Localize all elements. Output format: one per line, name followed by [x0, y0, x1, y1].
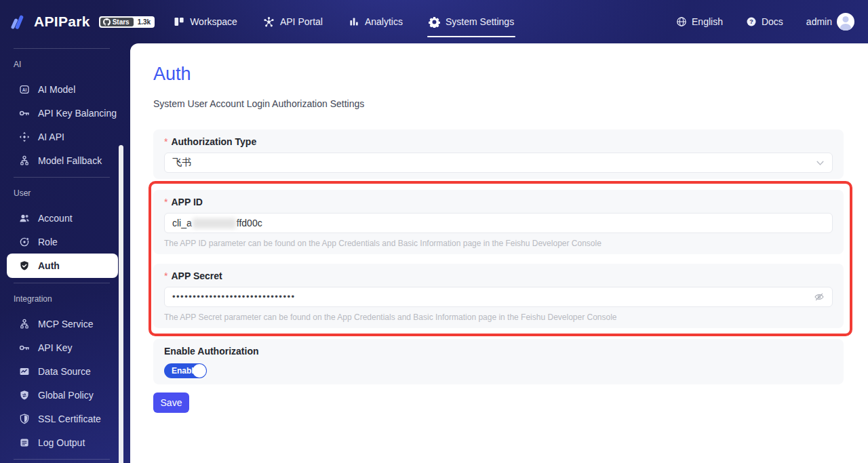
- language-label: English: [692, 16, 723, 27]
- auth-form: * Authorization Type 飞书 * APP ID: [153, 129, 844, 413]
- sidebar-section-integration: Integration MCP Service API Key: [0, 294, 130, 460]
- sidebar-item-data-source[interactable]: Data Source: [0, 359, 130, 383]
- tab-analytics[interactable]: Analytics: [347, 0, 404, 43]
- sidebar-item-ai-api[interactable]: AI API: [0, 125, 130, 148]
- sidebar-section-user: User Account Role: [0, 188, 130, 283]
- sidebar-scrollbar[interactable]: [119, 145, 123, 463]
- sidebar-item-api-key[interactable]: API Key: [0, 336, 130, 359]
- apipark-logo-icon: [9, 13, 28, 31]
- svg-text:?: ?: [749, 18, 753, 25]
- tab-label: API Portal: [280, 16, 323, 27]
- fallback-tree-icon: [19, 155, 30, 166]
- ssl-shield-icon: [19, 414, 30, 424]
- log-document-icon: [19, 437, 30, 448]
- app-id-value-suffix: ffd00c: [237, 218, 262, 228]
- toggle-knob: [193, 364, 206, 378]
- tab-api-portal[interactable]: API Portal: [262, 0, 324, 43]
- sidebar-item-auth[interactable]: Auth: [7, 254, 118, 278]
- app-secret-input[interactable]: ••••••••••••••••••••••••••••••: [164, 287, 833, 307]
- sidebar-item-label: SSL Certificate: [38, 414, 101, 424]
- enable-authorization-toggle[interactable]: Enable: [164, 363, 207, 378]
- sidebar-item-label: Role: [38, 237, 58, 247]
- tab-label: System Settings: [446, 16, 514, 27]
- language-switcher[interactable]: English: [676, 16, 723, 27]
- role-icon: [19, 237, 30, 247]
- globe-icon: [676, 16, 687, 27]
- sidebar: AI AI AI Model API Key Balancing: [0, 43, 130, 463]
- shield-check-icon: [19, 260, 30, 271]
- username-label: admin: [806, 16, 832, 27]
- policy-shield-icon: [19, 390, 30, 401]
- app-id-label: * APP ID: [164, 197, 833, 207]
- required-asterisk: *: [164, 136, 167, 147]
- tab-label: Workspace: [190, 16, 237, 27]
- workspace-icon: [174, 16, 184, 27]
- sidebar-item-model-fallback[interactable]: Model Fallback: [0, 148, 130, 172]
- docs-link[interactable]: ? Docs: [746, 16, 783, 27]
- eye-off-icon[interactable]: [814, 291, 825, 302]
- content-card: Auth System User Account Login Authoriza…: [130, 43, 868, 463]
- sidebar-item-label: Data Source: [38, 366, 91, 377]
- required-asterisk: *: [164, 197, 167, 207]
- app-secret-helper-text: The APP Secret parameter can be found on…: [164, 313, 833, 322]
- divider: [14, 177, 110, 178]
- avatar[interactable]: [837, 13, 854, 31]
- sidebar-item-ssl-certificate[interactable]: SSL Certificate: [0, 407, 130, 430]
- github-icon: [103, 18, 111, 26]
- gear-icon: [429, 16, 440, 28]
- sidebar-item-role[interactable]: Role: [0, 230, 130, 254]
- key-icon: [19, 108, 30, 119]
- app-secret-panel: * APP Secret •••••••••••••••••••••••••••…: [153, 264, 844, 328]
- sidebar-item-global-policy[interactable]: Global Policy: [0, 383, 130, 407]
- sidebar-item-label: API Key Balancing: [38, 108, 117, 119]
- authorization-type-value: 飞书: [172, 157, 816, 169]
- authorization-type-panel: * Authorization Type 飞书: [153, 129, 844, 179]
- sidebar-item-account[interactable]: Account: [0, 206, 130, 230]
- tab-system-settings[interactable]: System Settings: [427, 0, 515, 43]
- users-icon: [19, 213, 30, 224]
- divider: [14, 48, 110, 49]
- authorization-type-label: * Authorization Type: [164, 136, 833, 147]
- section-label-integration: Integration: [14, 294, 130, 304]
- github-stars-badge[interactable]: Stars 1.3k: [99, 16, 155, 28]
- app-id-helper-text: The APP ID parameter can be found on the…: [164, 239, 833, 248]
- sidebar-item-api-key-balancing[interactable]: API Key Balancing: [0, 101, 130, 125]
- app-id-input[interactable]: cli_affd00c: [164, 213, 833, 233]
- move-arrows-icon: [19, 132, 30, 142]
- github-stars-label: Stars: [113, 18, 130, 26]
- enable-authorization-panel: Enable Authorization Enable: [153, 339, 844, 384]
- user-menu[interactable]: admin: [806, 13, 854, 31]
- required-asterisk: *: [164, 270, 167, 281]
- sidebar-item-mcp-service[interactable]: MCP Service: [0, 312, 130, 336]
- divider: [14, 283, 110, 283]
- sidebar-item-label: Log Output: [38, 437, 85, 448]
- data-source-icon: [19, 366, 30, 377]
- sidebar-item-label: Auth: [38, 260, 60, 271]
- page-title: Auth: [153, 62, 845, 85]
- page-subtitle: System User Account Login Authorization …: [153, 97, 845, 110]
- authorization-type-select[interactable]: 飞书: [164, 153, 833, 173]
- enable-authorization-label: Enable Authorization: [164, 346, 833, 357]
- brand-logo[interactable]: APIPark Stars 1.3k: [9, 13, 155, 31]
- app-id-panel: * APP ID cli_affd00c The APP ID paramete…: [153, 190, 844, 254]
- app-secret-label: * APP Secret: [164, 270, 833, 281]
- service-tree-icon: [19, 319, 30, 329]
- divider: [14, 459, 110, 460]
- sidebar-item-label: AI API: [38, 132, 64, 142]
- active-tab-underline: [427, 36, 515, 37]
- sidebar-item-log-output[interactable]: Log Output: [0, 430, 130, 454]
- sidebar-item-label: MCP Service: [38, 319, 93, 329]
- section-label-ai: AI: [14, 60, 130, 69]
- brand-name: APIPark: [34, 14, 90, 30]
- sidebar-item-label: Account: [38, 213, 73, 224]
- app-secret-masked-value: ••••••••••••••••••••••••••••••: [172, 291, 814, 302]
- sidebar-item-ai-model[interactable]: AI AI Model: [0, 77, 130, 101]
- tab-workspace[interactable]: Workspace: [172, 0, 239, 43]
- save-button[interactable]: Save: [153, 392, 189, 413]
- sidebar-item-label: Global Policy: [38, 390, 94, 401]
- github-stars-count: 1.3k: [135, 18, 153, 26]
- svg-text:AI: AI: [22, 87, 27, 92]
- sidebar-item-label: API Key: [38, 342, 73, 353]
- analytics-icon: [349, 16, 359, 27]
- api-portal-icon: [263, 16, 275, 28]
